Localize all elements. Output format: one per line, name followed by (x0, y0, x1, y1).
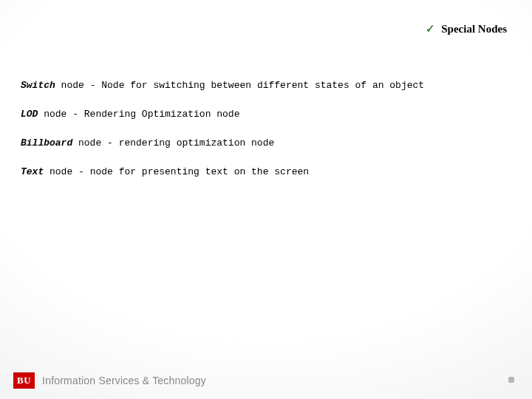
corner-mark-icon (508, 377, 514, 383)
node-line-lod: LOD node - Rendering Optimization node (21, 109, 511, 121)
node-desc: - node for presenting text on the screen (78, 166, 309, 177)
node-line-text: Text node - node for presenting text on … (21, 166, 511, 179)
bu-logo: BU (13, 372, 35, 389)
node-name: Text (21, 166, 44, 177)
node-name: Switch (21, 80, 55, 91)
node-name: Billboard (21, 137, 72, 149)
node-suffix: node (38, 109, 72, 120)
node-desc: - Node for switching between different s… (90, 80, 424, 91)
content-area: Switch node - Node for switching between… (21, 80, 511, 195)
slide-header: ✓ Special Nodes (426, 22, 507, 35)
slide: ✓ Special Nodes Switch node - Node for s… (0, 0, 532, 399)
node-gap (84, 80, 90, 91)
footer-org: Information Services & Technology (42, 375, 206, 386)
node-desc: - rendering optimization node (107, 137, 274, 149)
node-suffix: node (72, 137, 107, 149)
node-line-switch: Switch node - Node for switching between… (21, 80, 511, 92)
header-title: Special Nodes (441, 23, 507, 35)
node-line-billboard: Billboard node - rendering optimization … (21, 137, 511, 150)
node-name: LOD (21, 109, 38, 120)
node-desc: - Rendering Optimization node (72, 109, 239, 120)
footer-brand: BU Information Services & Technology (13, 372, 206, 389)
node-suffix: node (44, 166, 78, 177)
footer: BU Information Services & Technology (13, 371, 519, 390)
checkmark-icon: ✓ (426, 22, 435, 35)
node-suffix: node (55, 80, 84, 91)
